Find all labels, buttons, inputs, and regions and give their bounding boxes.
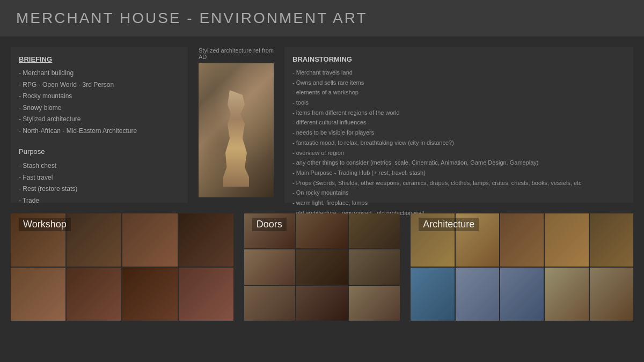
list-item bbox=[296, 249, 347, 284]
list-item bbox=[349, 286, 400, 321]
list-item bbox=[179, 213, 233, 267]
list-item bbox=[179, 268, 233, 321]
briefing-title: BRIEFING bbox=[19, 55, 180, 63]
doors-label: Doors bbox=[252, 218, 287, 231]
reference-panel: Stylized architecture ref from AD bbox=[199, 47, 274, 203]
list-item bbox=[500, 213, 544, 267]
list-item bbox=[545, 213, 588, 267]
main-content-area: BRIEFING - Merchant building - RPG - Ope… bbox=[0, 36, 644, 208]
briefing-items: - Merchant building - RPG - Open World -… bbox=[19, 68, 180, 137]
architecture-label: Architecture bbox=[419, 218, 479, 231]
purpose-section: Purpose - Stash chest - Fast travel - Re… bbox=[19, 145, 180, 207]
sculpture-graphic bbox=[215, 90, 258, 187]
purpose-label: Purpose bbox=[19, 145, 180, 158]
briefing-panel: BRIEFING - Merchant building - RPG - Ope… bbox=[11, 47, 188, 203]
list-item bbox=[122, 213, 177, 267]
workshop-label: Workshop bbox=[19, 218, 71, 231]
list-item bbox=[11, 268, 65, 321]
bottom-gallery-section: Workshop Doors Architecture bbox=[0, 213, 644, 321]
list-item bbox=[244, 286, 295, 321]
list-item bbox=[67, 268, 121, 321]
brainstorming-panel: BRAINSTORMING - Merchant travels land - … bbox=[284, 47, 633, 203]
list-item bbox=[590, 268, 633, 321]
page-title: MERCHANT HOUSE - ENVIRONMENT ART bbox=[16, 10, 628, 27]
list-item bbox=[349, 213, 400, 248]
list-item bbox=[244, 249, 295, 284]
list-item bbox=[122, 268, 177, 321]
list-item bbox=[500, 268, 544, 321]
list-item bbox=[296, 286, 347, 321]
architecture-gallery: Architecture bbox=[411, 213, 633, 321]
list-item bbox=[456, 268, 499, 321]
purpose-items: - Stash chest - Fast travel - Rest (rest… bbox=[19, 160, 180, 206]
list-item bbox=[349, 249, 400, 284]
brainstorming-title: BRAINSTORMING bbox=[292, 55, 625, 63]
page-header: MERCHANT HOUSE - ENVIRONMENT ART bbox=[0, 0, 644, 36]
reference-label: Stylized architecture ref from AD bbox=[199, 47, 274, 60]
workshop-gallery: Workshop bbox=[11, 213, 233, 321]
list-item bbox=[590, 213, 633, 267]
list-item bbox=[296, 213, 347, 248]
reference-image bbox=[199, 63, 274, 197]
doors-gallery: Doors bbox=[244, 213, 400, 321]
list-item bbox=[411, 268, 454, 321]
list-item bbox=[545, 268, 588, 321]
list-item bbox=[67, 213, 121, 267]
